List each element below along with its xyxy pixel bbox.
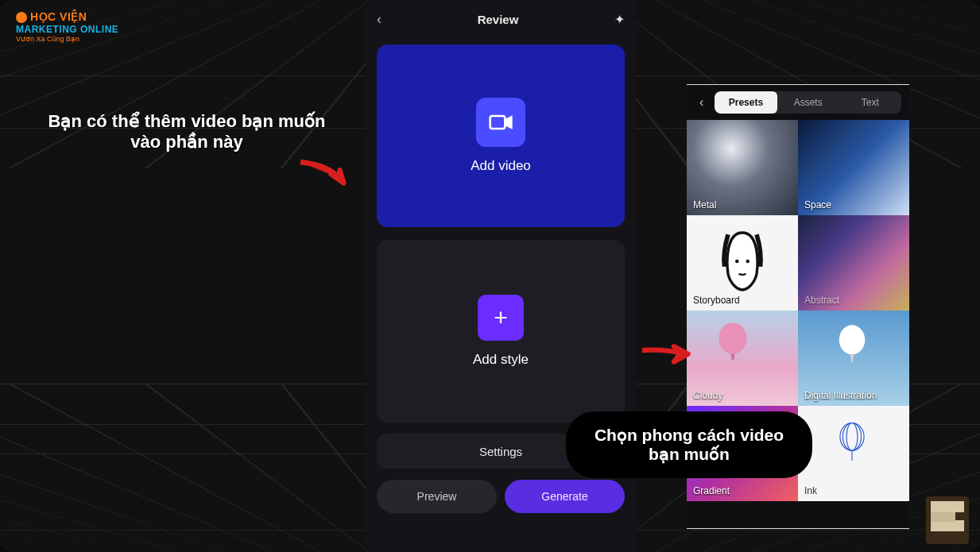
preset-cloudy[interactable]: Cloudy [687,311,798,406]
segment-control: Presets Assets Text [715,91,901,114]
svg-point-4 [839,325,865,354]
tab-text[interactable]: Text [839,91,901,114]
arrow-to-styles [636,330,699,380]
logo-line3: Vươn Xa Cùng Bạn [16,35,118,43]
svg-point-6 [842,423,861,450]
annotation-add-video: Bạn có thể thêm video bạn muốn vào phần … [44,111,330,152]
plus-icon: + [478,295,524,341]
book-icon [926,496,969,544]
topbar: ‹ Review ✦ [366,0,636,38]
svg-point-5 [840,423,864,450]
bottom-actions: Preview Generate [377,480,625,513]
preset-abstract[interactable]: Abstract [798,215,909,311]
preset-storyboard[interactable]: Storyboard [687,215,798,311]
logo-line2: MARKETING ONLINE [16,24,118,35]
side-back-icon[interactable]: ‹ [695,92,708,113]
video-icon [476,98,525,147]
add-video-card[interactable]: Add video [377,44,625,227]
tab-assets[interactable]: Assets [777,91,839,114]
annotation-choose-style: Chọn phong cách video bạn muốn [566,411,812,478]
preview-button[interactable]: Preview [377,480,497,513]
generate-button[interactable]: Generate [505,480,625,513]
page-title: Review [478,13,519,26]
preset-digital-illustration[interactable]: Digital Illustration [798,311,909,406]
face-icon [715,226,770,300]
preset-ink[interactable]: Ink [798,406,909,501]
sparkle-icon[interactable]: ✦ [614,12,625,27]
preset-metal[interactable]: Metal [687,120,798,215]
preset-space[interactable]: Space [798,120,909,215]
logo: HỌC VIỆN MARKETING ONLINE Vươn Xa Cùng B… [16,10,118,43]
arrow-to-add-video [294,151,358,202]
add-style-label: Add style [473,352,529,368]
svg-point-2 [746,260,750,264]
tab-presets[interactable]: Presets [715,91,777,114]
svg-point-1 [735,260,739,264]
svg-point-7 [846,423,858,450]
svg-rect-0 [490,116,505,129]
svg-point-3 [719,322,747,353]
add-style-card[interactable]: + Add style [377,240,625,423]
add-video-label: Add video [471,158,531,174]
logo-line1: HỌC VIỆN [30,10,87,23]
back-icon[interactable]: ‹ [377,11,382,28]
